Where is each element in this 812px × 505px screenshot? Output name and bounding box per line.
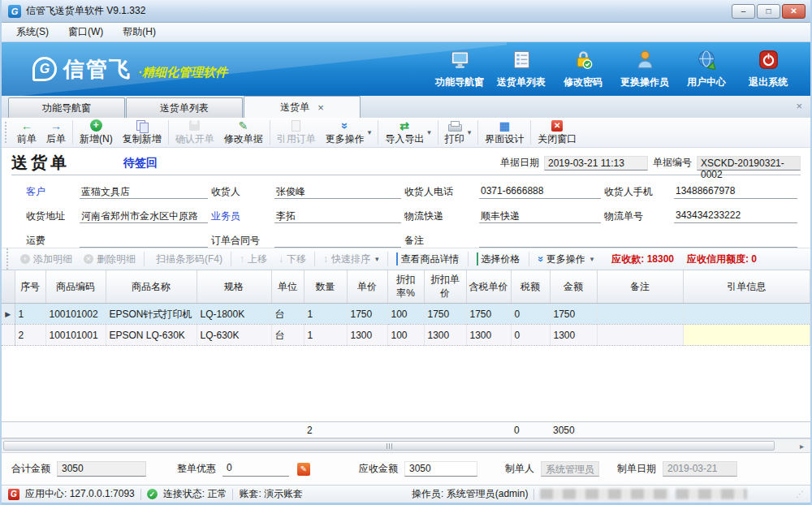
- menu-bar: 系统(S) 窗口(W) 帮助(H): [2, 23, 810, 42]
- status-separator: [140, 489, 141, 500]
- receivable-amount-field[interactable]: 3050: [404, 461, 477, 477]
- sort-icon: ↕: [323, 254, 328, 264]
- doc-date-field[interactable]: 2019-03-21 11:13: [544, 156, 648, 170]
- col-header[interactable]: 单位: [271, 270, 304, 304]
- print-button[interactable]: 打印▾: [440, 119, 477, 147]
- scan-barcode-button: 扫描条形码(F4): [148, 251, 227, 268]
- col-header[interactable]: 金额: [550, 270, 597, 304]
- maximize-button[interactable]: □: [757, 4, 780, 19]
- tab-delivery-note[interactable]: 送货单 ×: [244, 96, 361, 118]
- discount-field[interactable]: 0: [222, 461, 289, 477]
- banner-button-user-center[interactable]: 用户中心: [676, 49, 737, 89]
- redacted-text: [676, 489, 747, 499]
- col-header[interactable]: 税额: [511, 270, 550, 304]
- phone-field[interactable]: 0371-6666888: [479, 185, 601, 199]
- table-row[interactable]: 2 100101001 EPSON LQ-630K LQ-630K 台 1 13…: [2, 325, 810, 346]
- more-actions-button[interactable]: »更多操作▾: [321, 119, 377, 147]
- summary-tax: 0: [511, 422, 550, 438]
- next-doc-button[interactable]: →后单: [41, 119, 71, 147]
- customer-label[interactable]: 客户: [26, 185, 76, 199]
- import-export-button[interactable]: ⇄导入导出▾: [380, 119, 436, 147]
- scroll-right-icon[interactable]: ▸: [795, 441, 809, 451]
- menu-window[interactable]: 窗口(W): [58, 23, 113, 41]
- address-field[interactable]: 河南省郑州市金水区中原路: [80, 209, 208, 223]
- close-window-button[interactable]: ✕关闭窗口: [533, 119, 581, 147]
- consignee-label: 收货人: [211, 185, 271, 199]
- menu-help[interactable]: 帮助(H): [113, 23, 166, 41]
- mobile-field[interactable]: 13488667978: [674, 185, 797, 199]
- express-field[interactable]: 顺丰快递: [479, 209, 601, 223]
- col-header[interactable]: 单价: [347, 270, 387, 304]
- banner-button-nav-window[interactable]: 功能导航窗: [429, 49, 490, 89]
- col-header[interactable]: 引单信息: [683, 270, 810, 304]
- detail-separator: [231, 252, 231, 266]
- delete-detail-button: ✕删除明细: [79, 251, 140, 268]
- scrollbar-thumb[interactable]: [3, 441, 775, 451]
- col-header[interactable]: 序号: [15, 270, 45, 304]
- menu-system[interactable]: 系统(S): [6, 23, 58, 41]
- col-header[interactable]: 折扣率%: [387, 270, 424, 304]
- choose-price-button[interactable]: 选择价格: [472, 251, 525, 268]
- close-button[interactable]: ✕: [782, 4, 806, 19]
- toolbar-separator: [72, 120, 73, 145]
- contract-field[interactable]: [274, 234, 401, 248]
- detail-more-actions-button[interactable]: »更多操作▾: [533, 251, 599, 268]
- banner-button-exit-system[interactable]: 退出系统: [737, 49, 799, 89]
- col-header[interactable]: 规格: [197, 270, 271, 304]
- grid-empty-area: [2, 346, 810, 421]
- arrow-left-icon: ←: [21, 119, 32, 132]
- col-header[interactable]: 商品编码: [45, 270, 106, 304]
- col-header[interactable]: 商品名称: [106, 270, 197, 304]
- banner-button-switch-operator[interactable]: 更换操作员: [614, 49, 676, 89]
- col-header[interactable]: 折扣单价: [424, 270, 466, 304]
- view-product-button[interactable]: 查看商品详情: [391, 251, 464, 268]
- modify-doc-button[interactable]: ✎修改单据: [219, 119, 268, 147]
- connection-ok-icon: ✓: [147, 489, 158, 499]
- tab-delivery-list[interactable]: 送货单列表: [126, 97, 243, 118]
- copy-new-button[interactable]: 复制新增: [118, 119, 166, 147]
- toolbar-separator: [378, 120, 378, 145]
- panel-close-icon[interactable]: ×: [796, 100, 802, 112]
- banner-button-change-password[interactable]: 修改密码: [552, 49, 614, 89]
- tracking-field[interactable]: 343434233222: [674, 209, 797, 223]
- discount-edit-icon[interactable]: ✎: [297, 463, 310, 476]
- total-amount-field: 3050: [57, 461, 146, 477]
- tab-nav-window[interactable]: 功能导航窗: [8, 97, 125, 118]
- tab-close-icon[interactable]: ×: [317, 102, 324, 113]
- status-separator: [533, 489, 534, 500]
- horizontal-scrollbar[interactable]: ▸: [2, 438, 810, 452]
- status-separator: [232, 489, 233, 500]
- consignee-field[interactable]: 张俊峰: [274, 185, 401, 199]
- window-title: 信管飞送货单软件 V9.1.332: [26, 4, 145, 18]
- col-header[interactable]: 含税单价: [466, 270, 511, 304]
- chevron-double-down-icon: »: [534, 256, 546, 261]
- document-form: 送货单 待签回 单据日期 2019-03-21 11:13 单据编号 XSCKD…: [2, 148, 810, 248]
- total-amount-label: 合计金额: [11, 462, 50, 476]
- close-red-icon: ✕: [551, 120, 563, 132]
- minimize-button[interactable]: –: [732, 4, 755, 19]
- salesman-field[interactable]: 李拓: [274, 209, 401, 223]
- col-header[interactable]: 数量: [304, 270, 347, 304]
- maker-label: 制单人: [505, 462, 534, 476]
- lock-icon: [572, 49, 594, 73]
- banner: G 信管飞 ·精细化管理软件 功能导航窗 送货单列表 修改密码 更换操作员: [2, 42, 810, 96]
- footer-totals: 合计金额 3050 整单优惠 0 ✎ 应收金额 3050 制单人 系统管理员 制…: [2, 452, 810, 485]
- row-indicator-icon: ▶: [2, 304, 15, 325]
- doc-no-label: 单据编号: [653, 156, 692, 170]
- new-button[interactable]: +新增(N): [75, 119, 118, 147]
- freight-field[interactable]: [80, 234, 208, 248]
- mobile-label: 收货人手机: [604, 185, 671, 199]
- prev-doc-button[interactable]: ←前单: [12, 119, 41, 147]
- remark-field[interactable]: [479, 234, 797, 248]
- banner-button-delivery-list[interactable]: 送货单列表: [490, 49, 552, 89]
- table-row[interactable]: ▶ 1 100101002 EPSON针式打印机 LQ-1800K 台 1 17…: [2, 304, 810, 325]
- credit-limit-amount: 0: [751, 253, 757, 265]
- redacted-text: [540, 489, 670, 499]
- col-header[interactable]: 备注: [597, 270, 683, 304]
- customer-field[interactable]: 蓝猫文具店: [80, 185, 208, 199]
- globe-icon: [696, 49, 718, 73]
- doc-date-label: 单据日期: [500, 156, 539, 170]
- ui-design-button[interactable]: ▦界面设计: [480, 119, 529, 147]
- app-window: G 信管飞送货单软件 V9.1.332 – □ ✕ 系统(S) 窗口(W) 帮助…: [0, 0, 812, 505]
- salesman-label[interactable]: 业务员: [211, 209, 271, 223]
